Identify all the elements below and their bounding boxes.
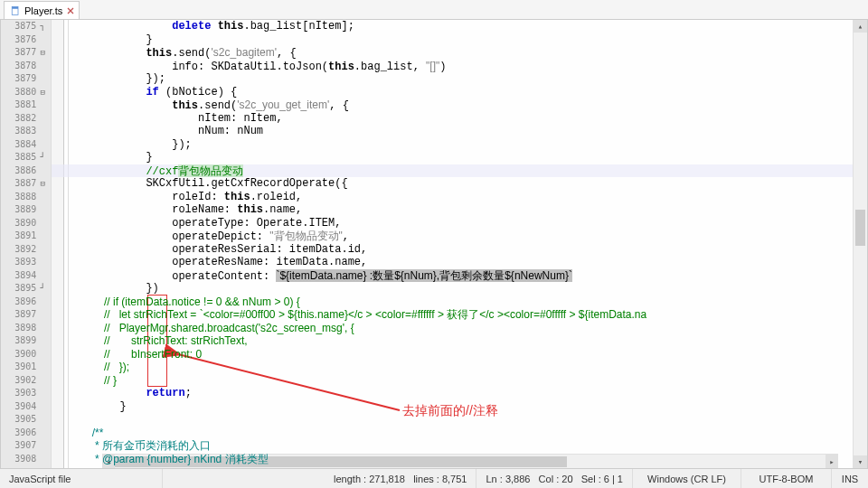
gutter-line[interactable]: 3907 bbox=[1, 439, 51, 453]
gutter-line[interactable]: 3900 bbox=[1, 348, 51, 361]
gutter-line[interactable]: 3882 bbox=[1, 112, 51, 126]
gutter-line[interactable]: 3888 bbox=[1, 191, 51, 204]
code-line[interactable]: operateContent: `${itemData.name} :数量${n… bbox=[68, 269, 646, 283]
gutter-line[interactable]: 3875┐ bbox=[1, 20, 51, 33]
gutter-line[interactable]: 3887⊟ bbox=[1, 177, 51, 191]
scroll-down-button[interactable]: ▾ bbox=[854, 455, 867, 468]
status-insert-mode[interactable]: INS bbox=[832, 469, 868, 488]
gutter-line[interactable]: 3901 bbox=[1, 361, 51, 374]
file-icon bbox=[10, 5, 21, 16]
gutter-line[interactable]: 3883 bbox=[1, 125, 51, 138]
tab-filename: Player.ts bbox=[24, 5, 62, 16]
gutter-line[interactable]: 3876 bbox=[1, 33, 51, 47]
gutter-line[interactable]: 3899 bbox=[1, 334, 51, 348]
code-line[interactable]: // PlayerMgr.shared.broadcast('s2c_scree… bbox=[68, 322, 646, 335]
code-line[interactable]: } bbox=[68, 400, 646, 414]
gutter-line[interactable]: 3886 bbox=[1, 164, 51, 178]
code-line[interactable]: //cxf背包物品变动 bbox=[68, 164, 646, 178]
scroll-up-button[interactable]: ▴ bbox=[854, 20, 867, 33]
status-filetype: JavaScript file bbox=[0, 469, 163, 488]
gutter-line[interactable]: 3904 bbox=[1, 400, 51, 414]
file-tab[interactable]: Player.ts bbox=[4, 1, 80, 19]
code-line[interactable]: } bbox=[68, 33, 646, 47]
gutter-line[interactable]: 3878 bbox=[1, 60, 51, 73]
code-line[interactable]: if (bNotice) { bbox=[68, 86, 646, 99]
gutter-line[interactable]: 3891 bbox=[1, 230, 51, 243]
code-line[interactable]: roleId: this.roleid, bbox=[68, 191, 646, 204]
status-eol[interactable]: Windows (CR LF) bbox=[633, 469, 741, 488]
code-line[interactable]: operateResName: itemData.name, bbox=[68, 256, 646, 269]
code-line[interactable]: // if (itemData.notice != 0 && nNum > 0)… bbox=[68, 296, 646, 309]
gutter-line[interactable]: 3896 bbox=[1, 296, 51, 309]
code-line[interactable]: }); bbox=[68, 138, 646, 152]
line-number-gutter[interactable]: 3875┐38763877⊟387838793880⊟3881388238833… bbox=[1, 20, 52, 468]
code-line[interactable]: // } bbox=[68, 374, 646, 388]
code-line[interactable]: // bInsertFront: 0 bbox=[68, 348, 646, 361]
gutter-line[interactable]: 3905 bbox=[1, 413, 51, 427]
scroll-right-button[interactable]: ▸ bbox=[826, 455, 838, 468]
code-line[interactable]: }) bbox=[68, 282, 646, 296]
code-line[interactable]: this.send('s2c_you_get_item', { bbox=[68, 99, 646, 112]
gutter-line[interactable]: 3890 bbox=[1, 217, 51, 230]
vscroll-thumb[interactable] bbox=[855, 210, 865, 246]
gutter-line[interactable]: 3897 bbox=[1, 308, 51, 322]
code-line[interactable]: info: SKDataUtil.toJson(this.bag_list, "… bbox=[68, 60, 646, 73]
code-line[interactable]: delete this.bag_list[nItem]; bbox=[68, 20, 646, 33]
gutter-line[interactable]: 3885┘ bbox=[1, 151, 51, 164]
code-line[interactable]: // }); bbox=[68, 361, 646, 374]
code-line[interactable] bbox=[68, 413, 646, 427]
code-line[interactable]: operateType: Operate.ITEM, bbox=[68, 217, 646, 230]
code-line[interactable]: // strRichText: strRichText, bbox=[68, 334, 646, 348]
code-line[interactable]: operateDepict: "背包物品变动", bbox=[68, 230, 646, 243]
gutter-line[interactable]: 3881 bbox=[1, 99, 51, 112]
status-encoding[interactable]: UTF-8-BOM bbox=[741, 469, 832, 488]
code-content[interactable]: delete this.bag_list[nItem]; } this.send… bbox=[68, 20, 646, 465]
code-line[interactable]: }); bbox=[68, 72, 646, 86]
gutter-line[interactable]: 3898 bbox=[1, 322, 51, 335]
gutter-line[interactable]: 3894 bbox=[1, 269, 51, 283]
gutter-line[interactable]: 3877⊟ bbox=[1, 46, 51, 60]
code-line[interactable]: /** bbox=[68, 427, 646, 440]
code-line[interactable]: nNum: nNum bbox=[68, 125, 646, 138]
fold-margin[interactable] bbox=[52, 20, 64, 468]
code-line[interactable]: roleName: this.name, bbox=[68, 203, 646, 217]
code-line[interactable]: * 所有金币类消耗的入口 bbox=[68, 439, 646, 453]
gutter-line[interactable]: 3906 bbox=[1, 427, 51, 440]
status-caret: Ln : 3,886 Col : 20 Sel : 6 | 1 bbox=[476, 469, 633, 488]
gutter-line[interactable]: 3895┘ bbox=[1, 282, 51, 296]
status-length: length : 271,818 lines : 8,751 bbox=[325, 469, 476, 488]
gutter-line[interactable]: 3903 bbox=[1, 387, 51, 400]
code-line[interactable]: this.send('s2c_bagitem', { bbox=[68, 46, 646, 60]
svg-rect-1 bbox=[12, 6, 18, 8]
code-line[interactable]: operateResSerial: itemData.id, bbox=[68, 243, 646, 257]
gutter-line[interactable]: 3908 bbox=[1, 453, 51, 466]
code-line[interactable]: * @param {number} nKind 消耗类型 bbox=[68, 453, 646, 466]
gutter-line[interactable]: 3880⊟ bbox=[1, 86, 51, 99]
tab-close-icon[interactable] bbox=[66, 6, 75, 15]
tab-bar: Player.ts bbox=[0, 0, 868, 20]
gutter-line[interactable]: 3889 bbox=[1, 203, 51, 217]
gutter-line[interactable]: 3902 bbox=[1, 374, 51, 388]
vertical-scrollbar[interactable]: ▴ ▾ bbox=[853, 20, 867, 468]
code-line[interactable]: // let strRichText = `<color=#00ff00 > $… bbox=[68, 308, 646, 322]
editor-area: 3875┐38763877⊟387838793880⊟3881388238833… bbox=[0, 20, 868, 468]
gutter-line[interactable]: 3892 bbox=[1, 243, 51, 257]
gutter-line[interactable]: 3884 bbox=[1, 138, 51, 152]
gutter-line[interactable]: 3879 bbox=[1, 72, 51, 86]
code-line[interactable]: SKCxfUtil.getCxfRecordOperate({ bbox=[68, 177, 646, 191]
code-line[interactable]: nItem: nItem, bbox=[68, 112, 646, 126]
code-line[interactable]: return; bbox=[68, 387, 646, 400]
status-bar: JavaScript file length : 271,818 lines :… bbox=[0, 468, 868, 488]
code-line[interactable]: } bbox=[68, 151, 646, 164]
gutter-line[interactable]: 3893 bbox=[1, 256, 51, 269]
code-panel[interactable]: delete this.bag_list[nItem]; } this.send… bbox=[52, 20, 853, 468]
